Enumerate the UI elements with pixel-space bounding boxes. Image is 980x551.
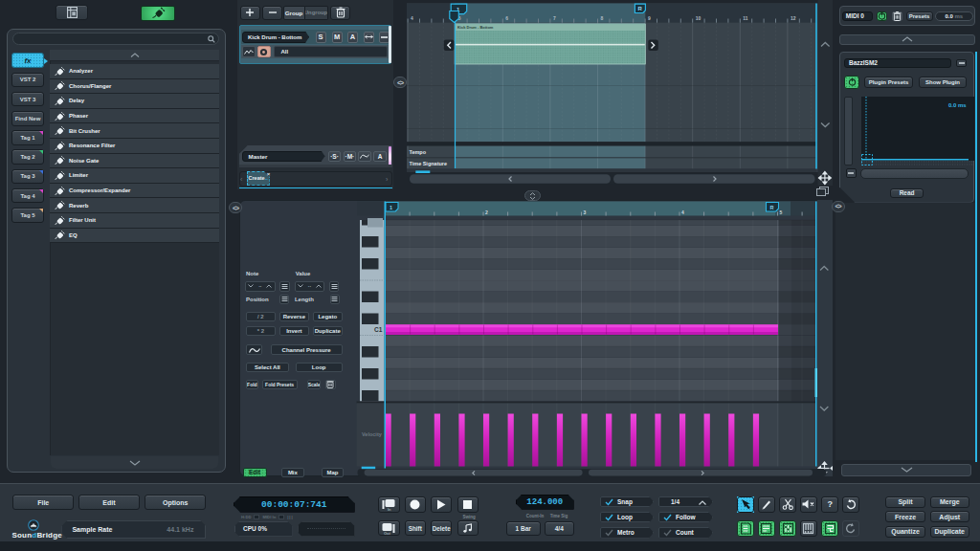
svg-text:2: 2: [485, 209, 488, 215]
svg-text:3: 3: [584, 209, 587, 215]
svg-text:Kick Drum - Bottom: Kick Drum - Bottom: [457, 26, 494, 31]
svg-text:Velocity: Velocity: [362, 431, 383, 437]
svg-text:Time Signature: Time Signature: [409, 161, 447, 166]
svg-text:11: 11: [743, 16, 747, 22]
svg-text:4: 4: [411, 16, 413, 22]
svg-text:6: 6: [505, 16, 508, 22]
svg-text:R: R: [637, 7, 642, 12]
svg-text:0.0 ms: 0.0 ms: [948, 102, 967, 108]
svg-text:Out: Out: [384, 531, 391, 535]
svg-text:8: 8: [600, 16, 603, 22]
svg-text:4: 4: [681, 209, 684, 215]
svg-text:9: 9: [648, 16, 651, 22]
svg-text:C1: C1: [374, 326, 383, 333]
svg-text:1: 1: [390, 205, 392, 210]
svg-text:10: 10: [695, 16, 701, 22]
svg-text:R: R: [770, 205, 774, 210]
svg-text:12: 12: [791, 16, 796, 22]
svg-text:Tempo: Tempo: [409, 149, 426, 155]
svg-text:5: 5: [780, 209, 783, 215]
svg-text:7: 7: [553, 16, 556, 22]
svg-text:In: In: [388, 507, 391, 511]
